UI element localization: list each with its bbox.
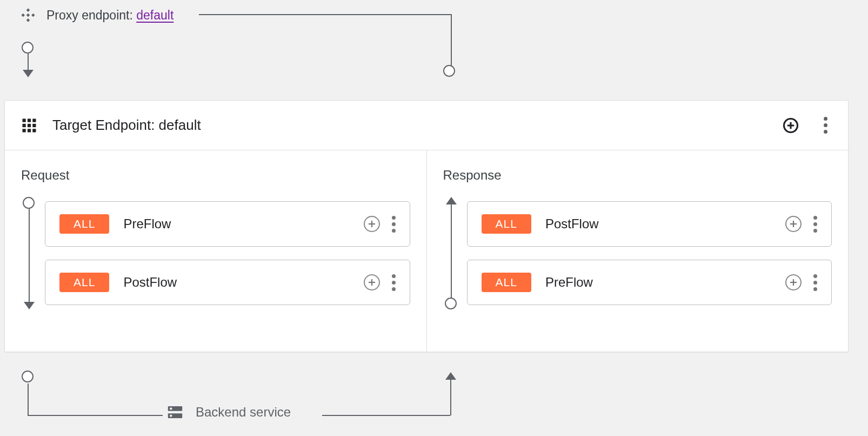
connector-left-entry-arrow [23,70,34,77]
add-policy-button[interactable] [364,274,380,290]
add-endpoint-button[interactable] [781,116,800,135]
endpoint-menu-button[interactable] [816,116,835,135]
flow-menu-button[interactable] [392,216,396,233]
flow-item[interactable]: ALL PostFlow [467,201,832,247]
svg-rect-6 [28,118,31,122]
request-flow-arrowhead [24,302,35,309]
add-policy-button[interactable] [364,216,380,232]
svg-point-26 [170,407,172,409]
diamond-grid-icon [21,8,36,23]
response-heading: Response [443,168,832,183]
request-heading: Request [21,168,410,183]
flow-item[interactable]: ALL PreFlow [467,260,832,305]
request-flow-start-circle [23,197,35,209]
flow-name: PreFlow [123,216,171,232]
svg-rect-3 [31,14,35,17]
svg-rect-4 [26,18,30,22]
svg-point-28 [170,414,172,417]
svg-rect-2 [26,14,30,17]
flow-name: PreFlow [545,275,593,290]
response-flow-end-circle [445,298,457,309]
target-endpoint-card: Target Endpoint: default Request AL [4,100,849,352]
svg-rect-0 [26,8,30,12]
target-endpoint-body: Request ALL PreFlow [5,150,848,352]
flow-menu-button[interactable] [392,274,396,291]
flow-badge: ALL [59,214,109,234]
flow-item[interactable]: ALL PreFlow [45,201,410,247]
svg-rect-9 [28,123,31,127]
flow-name: PostFlow [123,275,177,290]
backend-service-label: Backend service [168,405,291,420]
flow-badge: ALL [59,273,109,292]
flow-badge: ALL [482,273,531,292]
target-endpoint-header: Target Endpoint: default [5,101,848,150]
connector-bottom-right-arrowhead [445,372,456,380]
flow-item[interactable]: ALL PostFlow [45,260,410,305]
connector-bottom-left-horizontal [28,415,163,416]
connector-bottom-right-horizontal [322,415,450,416]
connector-bottom-left-vertical [28,384,29,415]
connector-bottom-right-vertical [450,380,451,415]
svg-rect-11 [23,129,26,132]
add-policy-button[interactable] [785,216,802,232]
request-flow-track: ALL PreFlow ALL PostFlow [21,201,410,305]
svg-rect-13 [32,129,36,132]
target-endpoint-title: Target Endpoint: default [52,117,201,134]
response-flow-track: ALL PostFlow ALL PreFlow [443,201,832,305]
proxy-endpoint-link[interactable]: default [136,8,173,22]
proxy-endpoint-label: Proxy endpoint: default [46,8,173,23]
dns-icon [168,406,183,418]
svg-rect-10 [32,123,36,127]
connector-top-end-circle [443,65,455,77]
response-flow-line [451,203,452,303]
svg-rect-8 [23,123,26,127]
target-endpoint-actions [781,101,835,150]
connector-bottom-left-circle [22,371,34,382]
connector-top-horizontal [199,14,451,15]
flow-menu-button[interactable] [813,274,817,291]
response-flow-arrowhead [446,197,457,204]
svg-rect-7 [32,118,36,122]
connector-left-entry-line [28,54,29,71]
add-policy-button[interactable] [785,274,802,290]
request-flow-line [29,203,30,303]
request-column: Request ALL PreFlow [5,150,426,352]
flow-badge: ALL [482,214,531,234]
flow-menu-button[interactable] [813,216,817,233]
svg-rect-12 [28,129,31,132]
connector-left-entry-circle [22,42,34,54]
svg-rect-1 [21,14,25,17]
proxy-endpoint-row: Proxy endpoint: default [21,8,173,23]
backend-service-text: Backend service [196,405,291,420]
flow-name: PostFlow [545,216,599,232]
svg-rect-5 [23,118,26,122]
apps-grid-icon [21,117,37,134]
response-column: Response ALL PostFlow [427,150,849,352]
